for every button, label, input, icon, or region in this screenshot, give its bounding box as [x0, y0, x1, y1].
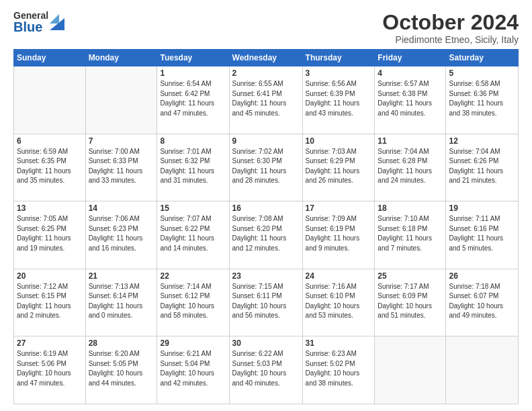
day-number: 31	[306, 338, 372, 348]
day-number: 17	[306, 203, 372, 213]
calendar-cell-w3-d7: 19Sunrise: 7:11 AMSunset: 6:16 PMDayligh…	[446, 201, 519, 269]
day-number: 22	[160, 271, 226, 281]
logo-blue-text: Blue	[13, 20, 48, 34]
day-number: 7	[89, 136, 154, 146]
logo: General Blue	[13, 11, 64, 34]
calendar-cell-w4-d3: 22Sunrise: 7:14 AMSunset: 6:12 PMDayligh…	[157, 269, 229, 336]
calendar-cell-w5-d2: 28Sunrise: 6:20 AMSunset: 5:05 PMDayligh…	[85, 336, 157, 404]
day-number: 15	[160, 203, 226, 213]
calendar-cell-w4-d6: 25Sunrise: 7:17 AMSunset: 6:09 PMDayligh…	[375, 269, 446, 336]
col-wednesday: Wednesday	[229, 50, 302, 66]
calendar-week-2: 6Sunrise: 6:59 AMSunset: 6:35 PMDaylight…	[14, 134, 519, 201]
col-thursday: Thursday	[302, 50, 375, 66]
calendar-header-row: Sunday Monday Tuesday Wednesday Thursday…	[14, 50, 519, 66]
day-number: 14	[89, 203, 154, 213]
calendar-cell-w2-d4: 9Sunrise: 7:02 AMSunset: 6:30 PMDaylight…	[229, 134, 302, 201]
logo-name: General Blue	[13, 11, 48, 34]
day-number: 21	[89, 271, 154, 281]
day-info: Sunrise: 6:57 AMSunset: 6:38 PMDaylight:…	[378, 79, 443, 118]
day-info: Sunrise: 7:15 AMSunset: 6:11 PMDaylight:…	[232, 282, 300, 321]
day-info: Sunrise: 6:59 AMSunset: 6:35 PMDaylight:…	[17, 147, 83, 186]
day-number: 28	[89, 338, 154, 348]
calendar-cell-w2-d3: 8Sunrise: 7:01 AMSunset: 6:32 PMDaylight…	[157, 134, 229, 201]
calendar-cell-w4-d4: 23Sunrise: 7:15 AMSunset: 6:11 PMDayligh…	[229, 269, 302, 336]
calendar-cell-w3-d2: 14Sunrise: 7:06 AMSunset: 6:23 PMDayligh…	[85, 201, 157, 269]
day-info: Sunrise: 7:02 AMSunset: 6:30 PMDaylight:…	[232, 147, 300, 186]
calendar-table: Sunday Monday Tuesday Wednesday Thursday…	[13, 49, 519, 404]
day-number: 1	[160, 68, 226, 78]
day-info: Sunrise: 7:07 AMSunset: 6:22 PMDaylight:…	[160, 214, 226, 253]
calendar-cell-w1-d5: 3Sunrise: 6:56 AMSunset: 6:39 PMDaylight…	[302, 66, 375, 134]
logo-icon	[50, 11, 64, 30]
page: General Blue October 2024 Piedimonte Etn…	[0, 0, 532, 411]
calendar-cell-w2-d6: 11Sunrise: 7:04 AMSunset: 6:28 PMDayligh…	[375, 134, 446, 201]
day-info: Sunrise: 7:13 AMSunset: 6:14 PMDaylight:…	[89, 282, 154, 321]
col-saturday: Saturday	[446, 50, 519, 66]
calendar-cell-w1-d6: 4Sunrise: 6:57 AMSunset: 6:38 PMDaylight…	[375, 66, 446, 134]
col-monday: Monday	[85, 50, 157, 66]
day-number: 11	[378, 136, 443, 146]
day-info: Sunrise: 7:09 AMSunset: 6:19 PMDaylight:…	[306, 214, 372, 253]
day-number: 29	[160, 338, 226, 348]
day-number: 25	[378, 271, 443, 281]
calendar-week-4: 20Sunrise: 7:12 AMSunset: 6:15 PMDayligh…	[14, 269, 519, 336]
calendar-cell-w2-d7: 12Sunrise: 7:04 AMSunset: 6:26 PMDayligh…	[446, 134, 519, 201]
calendar-cell-w3-d6: 18Sunrise: 7:10 AMSunset: 6:18 PMDayligh…	[375, 201, 446, 269]
day-info: Sunrise: 6:54 AMSunset: 6:42 PMDaylight:…	[160, 79, 226, 118]
day-number: 4	[378, 68, 443, 78]
calendar-cell-w5-d3: 29Sunrise: 6:21 AMSunset: 5:04 PMDayligh…	[157, 336, 229, 404]
day-number: 27	[17, 338, 83, 348]
day-info: Sunrise: 7:14 AMSunset: 6:12 PMDaylight:…	[160, 282, 226, 321]
svg-marker-1	[50, 14, 59, 24]
calendar-cell-w4-d5: 24Sunrise: 7:16 AMSunset: 6:10 PMDayligh…	[302, 269, 375, 336]
calendar-cell-w5-d5: 31Sunrise: 6:23 AMSunset: 5:02 PMDayligh…	[302, 336, 375, 404]
calendar-cell-w2-d2: 7Sunrise: 7:00 AMSunset: 6:33 PMDaylight…	[85, 134, 157, 201]
day-info: Sunrise: 6:20 AMSunset: 5:05 PMDaylight:…	[89, 349, 154, 388]
day-info: Sunrise: 6:22 AMSunset: 5:03 PMDaylight:…	[232, 349, 300, 388]
day-info: Sunrise: 7:05 AMSunset: 6:25 PMDaylight:…	[17, 214, 83, 253]
day-number: 8	[160, 136, 226, 146]
day-number: 16	[232, 203, 300, 213]
day-info: Sunrise: 6:56 AMSunset: 6:39 PMDaylight:…	[306, 79, 372, 118]
logo-general-text: General	[13, 11, 48, 20]
day-info: Sunrise: 6:19 AMSunset: 5:06 PMDaylight:…	[17, 349, 83, 388]
calendar-cell-w5-d7	[446, 336, 519, 404]
day-number: 30	[232, 338, 300, 348]
col-sunday: Sunday	[14, 50, 86, 66]
day-info: Sunrise: 7:18 AMSunset: 6:07 PMDaylight:…	[449, 282, 515, 321]
day-info: Sunrise: 6:55 AMSunset: 6:41 PMDaylight:…	[232, 79, 300, 118]
day-info: Sunrise: 7:11 AMSunset: 6:16 PMDaylight:…	[449, 214, 515, 253]
day-info: Sunrise: 7:03 AMSunset: 6:29 PMDaylight:…	[306, 147, 372, 186]
calendar-cell-w1-d4: 2Sunrise: 6:55 AMSunset: 6:41 PMDaylight…	[229, 66, 302, 134]
day-info: Sunrise: 7:04 AMSunset: 6:28 PMDaylight:…	[378, 147, 443, 186]
day-info: Sunrise: 7:16 AMSunset: 6:10 PMDaylight:…	[306, 282, 372, 321]
calendar-cell-w1-d3: 1Sunrise: 6:54 AMSunset: 6:42 PMDaylight…	[157, 66, 229, 134]
day-info: Sunrise: 7:17 AMSunset: 6:09 PMDaylight:…	[378, 282, 443, 321]
calendar-cell-w3-d1: 13Sunrise: 7:05 AMSunset: 6:25 PMDayligh…	[14, 201, 86, 269]
day-number: 13	[17, 203, 83, 213]
month-title: October 2024	[382, 11, 519, 34]
day-number: 19	[449, 203, 515, 213]
day-number: 23	[232, 271, 300, 281]
day-info: Sunrise: 7:12 AMSunset: 6:15 PMDaylight:…	[17, 282, 83, 321]
day-number: 2	[232, 68, 300, 78]
calendar-cell-w5-d6	[375, 336, 446, 404]
day-number: 12	[449, 136, 515, 146]
calendar-cell-w3-d5: 17Sunrise: 7:09 AMSunset: 6:19 PMDayligh…	[302, 201, 375, 269]
day-info: Sunrise: 7:00 AMSunset: 6:33 PMDaylight:…	[89, 147, 154, 186]
day-info: Sunrise: 7:08 AMSunset: 6:20 PMDaylight:…	[232, 214, 300, 253]
day-info: Sunrise: 7:04 AMSunset: 6:26 PMDaylight:…	[449, 147, 515, 186]
location: Piedimonte Etneo, Sicily, Italy	[382, 34, 519, 45]
calendar-week-1: 1Sunrise: 6:54 AMSunset: 6:42 PMDaylight…	[14, 66, 519, 134]
day-number: 26	[449, 271, 515, 281]
calendar-cell-w2-d1: 6Sunrise: 6:59 AMSunset: 6:35 PMDaylight…	[14, 134, 86, 201]
day-number: 20	[17, 271, 83, 281]
calendar-week-3: 13Sunrise: 7:05 AMSunset: 6:25 PMDayligh…	[14, 201, 519, 269]
calendar-cell-w4-d2: 21Sunrise: 7:13 AMSunset: 6:14 PMDayligh…	[85, 269, 157, 336]
day-number: 10	[306, 136, 372, 146]
calendar-cell-w3-d3: 15Sunrise: 7:07 AMSunset: 6:22 PMDayligh…	[157, 201, 229, 269]
day-info: Sunrise: 6:21 AMSunset: 5:04 PMDaylight:…	[160, 349, 226, 388]
calendar-cell-w1-d7: 5Sunrise: 6:58 AMSunset: 6:36 PMDaylight…	[446, 66, 519, 134]
calendar-cell-w1-d2	[85, 66, 157, 134]
header: General Blue October 2024 Piedimonte Etn…	[13, 11, 519, 45]
